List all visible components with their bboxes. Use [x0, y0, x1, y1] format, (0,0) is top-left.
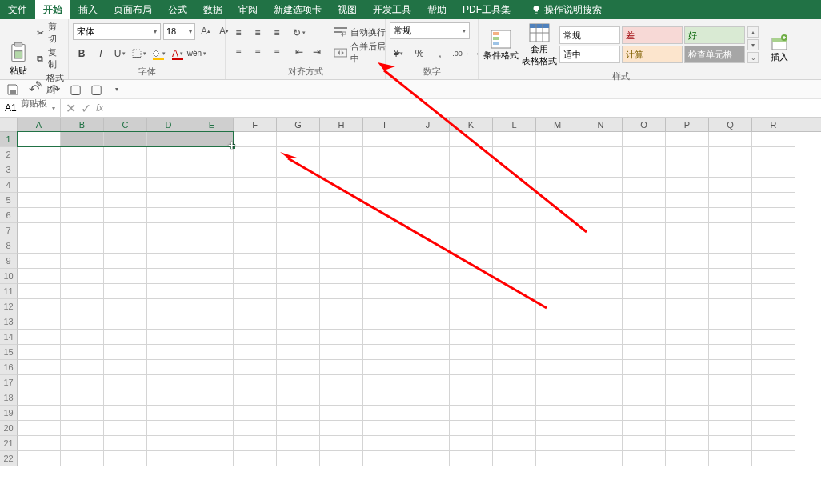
row-header-20[interactable]: 20: [0, 421, 18, 436]
row-header-13[interactable]: 13: [0, 314, 18, 330]
cell-K20[interactable]: [450, 421, 493, 436]
cell-R19[interactable]: [752, 406, 795, 421]
row-header-17[interactable]: 17: [0, 375, 18, 390]
cell-C5[interactable]: [104, 193, 147, 208]
cell-B10[interactable]: [61, 269, 104, 284]
cell-M21[interactable]: [536, 436, 579, 451]
cell-G21[interactable]: [277, 436, 320, 451]
cell-R4[interactable]: [752, 178, 795, 193]
cell-H2[interactable]: [320, 147, 363, 162]
cell-R16[interactable]: [752, 360, 795, 375]
cell-Q12[interactable]: [709, 299, 752, 314]
tab-new-options[interactable]: 新建选项卡: [266, 0, 330, 19]
cell-A4[interactable]: [18, 178, 61, 193]
cell-H18[interactable]: [320, 390, 363, 406]
cell-M20[interactable]: [536, 421, 579, 436]
style-chip-check[interactable]: 检查单元格: [684, 46, 745, 63]
cell-D9[interactable]: [147, 254, 190, 269]
cell-J5[interactable]: [406, 193, 450, 208]
cell-H12[interactable]: [320, 299, 363, 314]
insert-cells-button[interactable]: 插入: [767, 34, 791, 63]
cell-P3[interactable]: [666, 162, 709, 178]
column-header-I[interactable]: I: [363, 118, 406, 131]
cell-O8[interactable]: [623, 238, 666, 254]
cell-E7[interactable]: [190, 223, 234, 238]
align-center-button[interactable]: ≡: [249, 43, 266, 61]
cell-F18[interactable]: [234, 390, 277, 406]
accept-icon[interactable]: ✓: [81, 101, 91, 116]
cell-H6[interactable]: [320, 208, 363, 223]
cell-B9[interactable]: [61, 254, 104, 269]
style-chip-good[interactable]: 好: [684, 26, 745, 44]
cell-E17[interactable]: [190, 375, 234, 390]
cell-M12[interactable]: [536, 299, 579, 314]
cell-D7[interactable]: [147, 223, 190, 238]
cell-N11[interactable]: [579, 284, 623, 299]
cell-R11[interactable]: [752, 284, 795, 299]
cell-L12[interactable]: [493, 299, 536, 314]
cell-L19[interactable]: [493, 406, 536, 421]
cell-B13[interactable]: [61, 314, 104, 330]
column-header-Q[interactable]: Q: [709, 118, 752, 131]
cell-I12[interactable]: [363, 299, 406, 314]
tab-file[interactable]: 文件: [0, 0, 35, 19]
cell-B2[interactable]: [61, 147, 104, 162]
cell-Q19[interactable]: [709, 406, 752, 421]
save-button[interactable]: [5, 82, 21, 98]
cell-E1[interactable]: [190, 132, 234, 147]
cell-C15[interactable]: [104, 345, 147, 360]
cell-M19[interactable]: [536, 406, 579, 421]
cell-C20[interactable]: [104, 421, 147, 436]
cell-Q21[interactable]: [709, 436, 752, 451]
cell-L20[interactable]: [493, 421, 536, 436]
gallery-up-button[interactable]: ▴: [747, 26, 759, 38]
cell-L1[interactable]: [493, 132, 536, 147]
cell-N14[interactable]: [579, 330, 623, 345]
cell-J2[interactable]: [406, 147, 450, 162]
cell-J15[interactable]: [406, 345, 450, 360]
cell-N22[interactable]: [579, 451, 623, 466]
cell-O22[interactable]: [623, 451, 666, 466]
percent-button[interactable]: %: [410, 45, 428, 62]
cell-L4[interactable]: [493, 178, 536, 193]
cell-B19[interactable]: [61, 406, 104, 421]
cell-N2[interactable]: [579, 147, 623, 162]
cell-F7[interactable]: [234, 223, 277, 238]
cell-Q5[interactable]: [709, 193, 752, 208]
cell-B22[interactable]: [61, 451, 104, 466]
cell-O11[interactable]: [623, 284, 666, 299]
column-header-B[interactable]: B: [61, 118, 104, 131]
cell-H14[interactable]: [320, 330, 363, 345]
cell-M17[interactable]: [536, 375, 579, 390]
cell-I22[interactable]: [363, 451, 406, 466]
cell-K18[interactable]: [450, 390, 493, 406]
cell-G4[interactable]: [277, 178, 320, 193]
column-header-O[interactable]: O: [623, 118, 666, 131]
cell-D2[interactable]: [147, 147, 190, 162]
cell-N12[interactable]: [579, 299, 623, 314]
cell-L6[interactable]: [493, 208, 536, 223]
cell-B18[interactable]: [61, 390, 104, 406]
cell-R6[interactable]: [752, 208, 795, 223]
tab-pdf-tools[interactable]: PDF工具集: [455, 0, 519, 19]
cell-F13[interactable]: [234, 314, 277, 330]
cell-E5[interactable]: [190, 193, 234, 208]
cell-I15[interactable]: [363, 345, 406, 360]
cell-J8[interactable]: [406, 238, 450, 254]
row-header-18[interactable]: 18: [0, 390, 18, 406]
cell-O3[interactable]: [623, 162, 666, 178]
cell-A21[interactable]: [18, 436, 61, 451]
cell-E12[interactable]: [190, 299, 234, 314]
qat-customize-button[interactable]: ▾: [109, 82, 125, 98]
cell-G11[interactable]: [277, 284, 320, 299]
cell-F8[interactable]: [234, 238, 277, 254]
cell-C9[interactable]: [104, 254, 147, 269]
cell-H3[interactable]: [320, 162, 363, 178]
cell-N4[interactable]: [579, 178, 623, 193]
currency-button[interactable]: ¥: [390, 45, 407, 62]
cell-G13[interactable]: [277, 314, 320, 330]
cell-C1[interactable]: [104, 132, 147, 147]
cell-I6[interactable]: [363, 208, 406, 223]
cell-K9[interactable]: [450, 254, 493, 269]
cell-N9[interactable]: [579, 254, 623, 269]
